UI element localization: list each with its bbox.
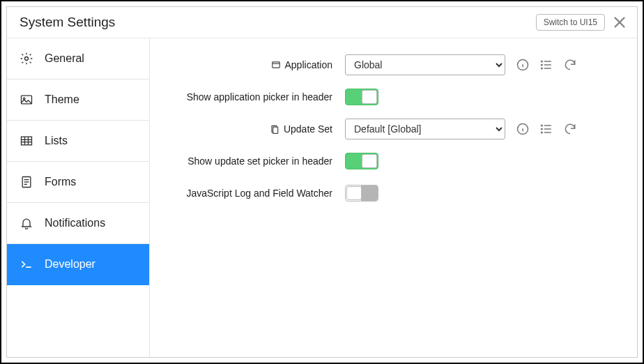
sidebar-item-general[interactable]: General: [7, 38, 149, 79]
sidebar-item-label: Forms: [45, 176, 76, 188]
sidebar-item-label: Developer: [45, 258, 95, 271]
sidebar-item-label: Theme: [45, 93, 79, 106]
control-update-set: Default [Global]: [345, 119, 578, 139]
info-icon[interactable]: [515, 57, 530, 73]
refresh-icon[interactable]: [562, 121, 578, 137]
toggle-show-update-set-picker[interactable]: [345, 153, 378, 169]
label-update-set: Update Set: [164, 123, 345, 135]
application-select[interactable]: Global: [345, 54, 505, 75]
settings-dialog: System Settings Switch to UI15 General: [0, 0, 644, 364]
svg-rect-27: [273, 127, 278, 133]
update-set-select[interactable]: Default [Global]: [345, 119, 505, 139]
application-actions: [515, 57, 578, 73]
update-set-icon: [270, 124, 279, 134]
svg-rect-5: [22, 137, 32, 145]
close-icon[interactable]: [612, 15, 627, 30]
row-js-log: JavaScript Log and Field Watcher: [164, 182, 609, 204]
sidebar-item-notifications[interactable]: Notifications: [7, 203, 149, 244]
update-set-actions: [515, 121, 578, 137]
sidebar-item-forms[interactable]: Forms: [7, 162, 149, 203]
svg-rect-15: [272, 62, 279, 68]
content-panel: Application Global Show app: [150, 38, 637, 357]
gear-icon: [18, 50, 35, 67]
sidebar-item-label: General: [45, 52, 84, 65]
row-application: Application Global: [164, 54, 609, 76]
label-show-update-set-picker: Show update set picker in header: [164, 156, 345, 167]
dialog-inner: System Settings Switch to UI15 General: [6, 6, 638, 358]
application-icon: [271, 60, 281, 70]
svg-point-25: [542, 68, 543, 69]
sidebar-item-theme[interactable]: Theme: [7, 79, 149, 121]
dialog-body: General Theme Lists: [7, 38, 637, 357]
svg-point-24: [542, 64, 543, 66]
list-icon[interactable]: [539, 121, 554, 137]
dialog-title: System Settings: [20, 15, 536, 30]
bell-icon: [18, 215, 35, 232]
dialog-header: System Settings Switch to UI15: [7, 7, 637, 38]
sidebar-item-lists[interactable]: Lists: [7, 121, 149, 162]
table-icon: [18, 132, 35, 149]
image-icon: [18, 91, 35, 108]
svg-point-36: [542, 132, 543, 133]
row-show-update-set-picker: Show update set picker in header: [164, 150, 609, 172]
label-show-app-picker: Show application picker in header: [164, 91, 345, 103]
sidebar-item-label: Lists: [45, 135, 68, 147]
toggle-show-app-picker[interactable]: [345, 89, 378, 105]
sidebar-item-developer[interactable]: Developer: [7, 244, 149, 285]
form-icon: [18, 174, 35, 190]
svg-point-2: [25, 57, 29, 61]
row-update-set: Update Set Default [Global]: [164, 118, 609, 140]
svg-point-23: [542, 61, 543, 62]
control-application: Global: [345, 54, 578, 75]
label-js-log: JavaScript Log and Field Watcher: [164, 188, 345, 199]
svg-point-35: [542, 128, 543, 130]
sidebar-item-label: Notifications: [45, 217, 105, 229]
sidebar: General Theme Lists: [7, 38, 150, 357]
row-show-app-picker: Show application picker in header: [164, 86, 609, 108]
svg-point-34: [542, 125, 543, 126]
refresh-icon[interactable]: [562, 57, 578, 73]
switch-ui-button[interactable]: Switch to UI15: [536, 14, 605, 31]
label-application: Application: [164, 59, 345, 70]
info-icon[interactable]: [515, 121, 530, 137]
terminal-icon: [18, 256, 35, 273]
toggle-js-log[interactable]: [345, 185, 378, 202]
list-icon[interactable]: [539, 57, 554, 73]
